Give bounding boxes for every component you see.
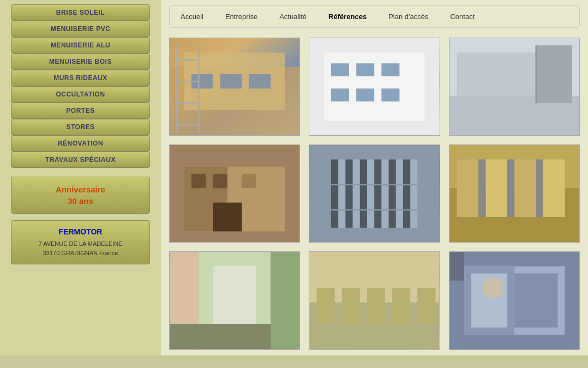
sidebar-btn-travaux-speciaux[interactable]: TRAVAUX SPÉCIAUX [11,152,150,168]
photo-grid [161,32,588,355]
svg-rect-59 [317,288,335,324]
sidebar-btn-menuiserie-bois[interactable]: MENUISERIE BOIS [11,53,150,70]
photo-2[interactable] [309,38,440,136]
company-name: FERMOTOR [16,227,145,236]
anniversary-box: Anniversaire 30 ans [11,177,150,214]
nav-item-actualite[interactable]: Actualité [268,6,317,27]
photo-1[interactable] [169,38,300,136]
photo-9[interactable] [449,251,580,349]
svg-rect-35 [360,160,367,228]
photo-3[interactable] [449,38,580,136]
nav-item-accueil[interactable]: Accueil [170,6,214,27]
svg-rect-13 [331,63,349,76]
svg-rect-12 [324,52,425,120]
anniversary-line2: 30 ans [16,195,145,207]
photo-4[interactable] [169,144,300,243]
sidebar-btn-occultation[interactable]: OCCULTATION [11,86,150,102]
photo-5[interactable] [309,144,440,243]
svg-rect-37 [389,160,396,228]
svg-rect-27 [191,174,206,188]
svg-rect-16 [331,88,349,101]
svg-rect-15 [382,63,400,76]
main-content: AccueilEntrepriseActualitéRéférencesPlan… [161,0,588,355]
photo-6[interactable] [449,144,580,243]
svg-rect-14 [356,63,374,76]
photo-8[interactable] [309,251,440,349]
svg-rect-45 [514,160,536,218]
address-line1: 7 AVENUE DE LA MADELEINE [16,239,145,249]
svg-rect-48 [507,160,514,218]
sidebar-btn-murs-rideaux[interactable]: MURS RIDEAUX [11,70,150,86]
svg-rect-4 [249,74,271,88]
nav-item-plan-acces[interactable]: Plan d'accès [377,6,439,27]
sidebar-btn-portes[interactable]: PORTES [11,102,150,119]
svg-rect-17 [356,88,374,101]
nav-item-contact[interactable]: Contact [439,6,485,27]
svg-rect-30 [213,203,242,232]
address-line2: 33170 GRADIGNAN France [16,249,145,258]
sidebar-btn-renovation[interactable]: RÉNOVATION [11,135,150,152]
svg-rect-44 [485,160,507,218]
svg-rect-61 [367,288,385,324]
svg-rect-18 [382,88,400,101]
svg-rect-46 [543,160,565,218]
svg-rect-29 [242,174,256,188]
svg-rect-36 [374,160,381,228]
anniversary-line1: Anniversaire [16,184,145,195]
svg-rect-33 [331,160,338,228]
svg-rect-63 [418,288,436,324]
nav-items-container: AccueilEntrepriseActualitéRéférencesPlan… [170,6,579,27]
nav-item-references[interactable]: Références [317,6,377,27]
svg-rect-28 [213,174,227,188]
contact-box: FERMOTOR 7 AVENUE DE LA MADELEINE 33170 … [11,220,150,264]
sidebar-btn-stores[interactable]: STORES [11,119,150,135]
svg-rect-38 [403,160,410,228]
svg-rect-22 [536,45,572,103]
svg-rect-34 [346,160,353,228]
sidebar-btn-brise-soleil[interactable]: BRISE SOLEIL [11,4,150,21]
svg-rect-60 [342,288,360,324]
page-layout: BRISE SOLEILMENUISERIE PVCMENUISERIE ALU… [0,0,588,355]
svg-rect-68 [514,274,557,328]
svg-rect-49 [536,160,543,218]
svg-point-69 [482,277,503,299]
sidebar-btn-menuiserie-pvc[interactable]: MENUISERIE PVC [11,21,150,37]
photo-7[interactable] [169,251,300,349]
svg-rect-55 [271,252,299,349]
svg-rect-62 [392,288,410,324]
sidebar-btn-menuiserie-alu[interactable]: MENUISERIE ALU [11,37,150,53]
nav-item-entreprise[interactable]: Entreprise [214,6,268,27]
svg-rect-47 [478,160,485,218]
sidebar: BRISE SOLEILMENUISERIE PVCMENUISERIE ALU… [0,0,161,355]
svg-rect-70 [449,252,464,281]
navigation-bar: AccueilEntrepriseActualitéRéférencesPlan… [169,5,580,28]
svg-rect-43 [457,160,478,218]
sidebar-nav: BRISE SOLEILMENUISERIE PVCMENUISERIE ALU… [11,4,150,168]
svg-rect-3 [220,74,242,88]
